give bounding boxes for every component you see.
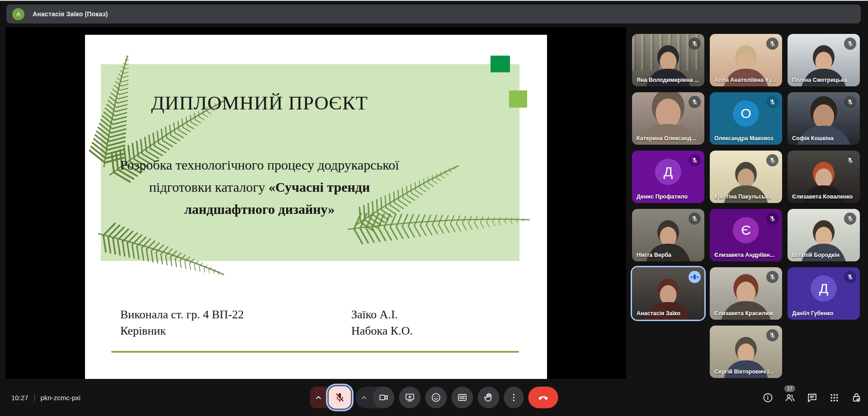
mic-off-icon [847,99,854,105]
presenter-avatar: А [12,8,24,20]
mic-off-icon [769,274,776,280]
participant-tile[interactable]: ДДаніїл Губенко [788,267,860,320]
participant-tile[interactable]: Поліна Смотрицька [788,34,860,86]
participant-tile[interactable]: Крістіна Пакульська [710,151,782,203]
mic-off-icon [847,157,854,164]
mic-muted-badge [766,271,778,283]
presenting-banner: А Анастасія Заїко (Показ) [6,5,861,24]
mic-off-icon [847,40,854,47]
window-top-edge [0,0,868,1]
avatar-initial: Д [811,275,837,302]
participant-name: Єлизавета Андріївн... [714,252,774,258]
participant-name: Анастасія Заїко [637,310,680,317]
presentation-slide: ДИПЛОМНИЙ ПРОЄКТ Розробка технологічного… [85,35,547,379]
participant-name: Віталій Бородкін [792,252,840,258]
shared-screen-stage: ДИПЛОМНИЙ ПРОЄКТ Розробка технологічного… [5,27,626,379]
subtitle-line: підготовки каталогу «Сучасні тренди [96,176,423,198]
participant-tile[interactable]: Єлизавета Коваленко [788,151,860,203]
mic-off-icon [691,40,698,47]
mic-muted-badge [689,154,701,166]
participant-tile[interactable]: Віталій Бородкін [788,209,860,261]
meeting-details-button[interactable] [762,392,774,403]
videocam-icon [378,392,389,403]
mic-off-icon [847,215,854,222]
emoji-icon [431,392,442,403]
reactions-button[interactable] [425,387,447,408]
participant-name: Нікіта Верба [637,252,671,258]
participant-tile[interactable]: ООлександра Маковоз [710,92,782,145]
mic-muted-badge [689,38,701,50]
chat-icon [807,392,818,403]
present-screen-icon [405,392,415,403]
participant-tile[interactable]: Нікіта Верба [632,209,704,261]
present-button[interactable] [399,387,421,408]
mic-options-button[interactable] [310,387,327,408]
mic-off-icon [691,99,698,105]
slide-credits-left: Виконала ст. гр. 4 ВП-22 Керівник [120,307,244,339]
end-call-button[interactable] [528,387,558,408]
captions-icon [457,392,468,403]
mic-muted-badge [844,38,856,50]
camera-options-button[interactable] [356,387,373,408]
participant-tile[interactable]: Алла Анатоліївна Ку... [710,34,782,86]
mic-muted-badge [766,96,778,108]
participant-name: Єлизавета Красилюк [714,310,773,317]
speaking-indicator-badge [689,271,701,283]
info-divider [34,394,35,402]
panel-buttons: 17 [762,379,862,416]
mic-muted-badge [766,213,778,225]
camera-toggle-button[interactable] [373,387,395,408]
participant-tile[interactable]: Єлизавета Красилюк [710,267,782,320]
participant-tile[interactable]: ДДенис Профатило [632,151,704,203]
participant-tile[interactable]: Анастасія Заїко [632,267,704,320]
captions-button[interactable] [452,387,473,408]
slide-underline [111,351,519,353]
participant-tile[interactable]: Яна Володимирівна ... [632,34,704,86]
mic-muted-badge [766,154,778,166]
chevron-up-icon [359,392,370,403]
mic-off-icon [847,274,854,280]
meet-app: { "colors": { "page_bg": "#131314", "sta… [0,0,868,416]
mic-muted-badge [689,96,701,108]
slide-light-green-square [509,90,527,108]
mic-off-icon [691,215,698,222]
mic-off-icon [769,40,776,47]
mic-off-icon [769,215,776,222]
participant-tile[interactable]: ЄЄлизавета Андріївн... [710,209,782,261]
mic-toggle-button[interactable] [329,386,351,409]
slide-credits-right: Заїко А.І. Набока К.О. [351,307,413,339]
mic-muted-badge [844,96,856,108]
mic-control-group [310,386,351,409]
hand-icon [483,392,494,403]
chat-button[interactable] [806,392,818,403]
control-bar: 10:27 pkn-zcmc-pxi 17 [0,379,868,416]
participant-name: Сергій Вікторович І... [714,369,774,375]
meeting-code: pkn-zcmc-pxi [41,394,80,402]
mic-muted-badge [766,329,778,341]
mic-muted-badge [844,213,856,225]
participant-tile[interactable]: Сергій Вікторович І... [710,326,782,378]
activities-button[interactable] [828,392,840,403]
mic-muted-badge [689,213,701,225]
participant-name: Катерина Олександ... [637,135,696,142]
meeting-info: 10:27 pkn-zcmc-pxi [11,379,80,416]
participant-tile[interactable]: Катерина Олександ... [632,92,704,145]
mic-off-icon [769,157,776,164]
mic-off-icon [769,99,776,105]
participant-name: Алла Анатоліївна Ку... [714,77,776,83]
participant-tile[interactable]: Софія Кошкіна [788,92,860,145]
host-lock-icon [851,392,862,403]
presenting-banner-label: Анастасія Заїко (Показ) [33,10,108,18]
host-controls-button[interactable] [850,392,862,403]
participant-count-badge: 17 [784,385,795,392]
chevron-up-icon [313,392,324,403]
participant-name: Крістіна Пакульська [714,194,771,200]
raise-hand-button[interactable] [478,387,500,408]
call-controls [310,386,558,409]
people-button[interactable]: 17 [784,392,796,403]
subtitle-line: Розробка технологічного процесу додрукар… [96,154,423,176]
avatar-initial: Д [655,159,681,185]
more-options-button[interactable] [504,387,524,408]
participants-grid: Яна Володимирівна ...Алла Анатоліївна Ку… [632,34,860,378]
participant-name: Денис Профатило [637,194,688,200]
